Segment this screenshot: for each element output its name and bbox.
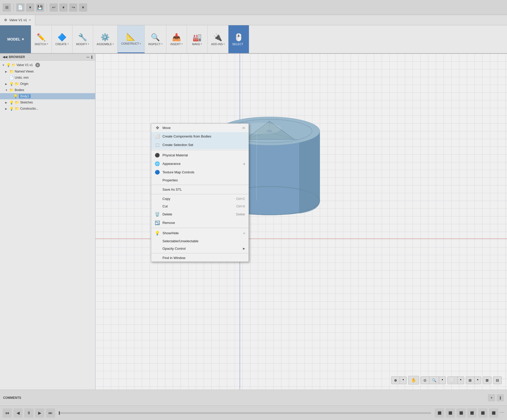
ctx-opacity[interactable]: Opacity Control ▶ — [151, 245, 249, 252]
timeline-handle[interactable] — [59, 411, 60, 415]
ctx-show-hide[interactable]: 💡 Show/Hide v — [151, 229, 249, 237]
ctx-selectable[interactable]: Selectable/Unselectable — [151, 237, 249, 245]
browser-collapse-icon[interactable]: ◀◀ — [3, 55, 7, 59]
ribbon-make[interactable]: 🏭 MAKE ▾ — [187, 25, 208, 53]
ribbon-addins[interactable]: 🔌 ADD-INS ▾ — [208, 25, 228, 53]
ctx-create-selection[interactable]: ⬚ Create Selection Set — [151, 141, 249, 149]
ctx-create-components[interactable]: ⬜ Create Components from Bodies — [151, 132, 249, 141]
ctx-cut[interactable]: Cut Ctrl+X — [151, 203, 249, 210]
ribbon-sketch[interactable]: ✏️ SKETCH ▾ — [31, 25, 52, 53]
grid-dropdown[interactable]: ▾ — [475, 377, 481, 384]
ctx-physical-material[interactable]: ⚫ Physical Material — [151, 151, 249, 159]
ctx-move-label: Move — [162, 126, 171, 130]
tree-arrow-named-views: ▶ — [5, 70, 8, 73]
tree-icon-units: 📄 — [9, 76, 14, 80]
timeline-tool-2[interactable]: ⬛ — [446, 408, 455, 418]
timeline-next-button[interactable]: ▶ — [35, 408, 44, 418]
grid-menu-icon[interactable]: ⊞ — [3, 3, 11, 12]
ctx-find-window[interactable]: Find in Window — [151, 254, 249, 262]
ctx-delete[interactable]: 🗑️ Delete Delete — [151, 210, 249, 219]
sketch-label: SKETCH ▾ — [35, 43, 48, 46]
grid-tools-group: ⊞ ▾ — [466, 376, 481, 384]
ribbon-construct[interactable]: 📐 CONSTRUCT ▾ — [118, 25, 145, 53]
tree-item-origin[interactable]: ▶ 💡 📁 Origin — [0, 81, 95, 87]
assemble-icon: ⚙️ — [101, 33, 110, 42]
display-mode-button[interactable]: ⬜ — [448, 377, 457, 384]
ribbon-create[interactable]: 🔷 CREATE ▾ — [52, 25, 72, 53]
ctx-copy-label: Copy — [162, 197, 170, 201]
tree-arrow-construction: ▶ — [5, 107, 8, 110]
view-cube-button[interactable]: ⊠ — [483, 376, 492, 384]
tab-close-button[interactable]: ✕ — [29, 19, 31, 21]
ribbon-insert[interactable]: 📥 INSERT ▾ — [166, 25, 187, 53]
redo-dropdown-icon[interactable]: ▾ — [79, 3, 87, 12]
ctx-texture-map[interactable]: 🔵 Texture Map Controls — [151, 168, 249, 176]
make-label: MAKE ▾ — [192, 43, 202, 46]
ribbon-inspect[interactable]: 🔍 INSPECT ▾ — [145, 25, 166, 53]
model-dropdown-button[interactable]: MODEL ▾ — [0, 25, 31, 53]
tree-icon-folder-root: 📁 — [12, 63, 15, 67]
save-icon[interactable]: 💾 — [36, 3, 44, 12]
grid-toggle-button[interactable]: ⊞ — [466, 377, 475, 384]
timeline-tool-6[interactable]: ⬛ — [489, 408, 498, 418]
timeline-tool-1[interactable]: ⬛ — [435, 408, 444, 418]
tree-icon-root: 💡 — [6, 63, 11, 67]
tree-label-sketches: Sketches — [20, 101, 33, 104]
undo-icon[interactable]: ↩ — [50, 3, 58, 12]
tree-item-named-views[interactable]: ▶ 📁 Named Views — [0, 68, 95, 75]
orbit-dropdown[interactable]: ▾ — [400, 377, 406, 384]
ribbon-modify[interactable]: 🔧 MODIFY ▾ — [72, 25, 93, 53]
timeline-bar[interactable] — [59, 412, 431, 414]
redo-icon[interactable]: ↪ — [69, 3, 77, 12]
ctx-remove[interactable]: ↩️ Remove — [151, 219, 249, 227]
add-comment-button[interactable]: + — [488, 394, 495, 401]
orbit-button[interactable]: ⊕ — [391, 377, 400, 384]
fit-button[interactable]: ⊙ — [421, 377, 429, 384]
tree-item-sketches[interactable]: ▶ 💡 📁 Sketches — [0, 99, 95, 106]
ribbon-assemble[interactable]: ⚙️ ASSEMBLE ▾ — [93, 25, 118, 53]
tree-item-body1[interactable]: 💡 Body1 — [0, 93, 95, 99]
timeline-wave-icon[interactable]: 〰 — [500, 410, 504, 416]
tree-item-root[interactable]: ▼ 💡 📁 Valve V1 v1 ● — [0, 62, 95, 68]
display-dropdown[interactable]: ▾ — [457, 377, 464, 384]
timeline-tool-5[interactable]: ⬛ — [478, 408, 487, 418]
browser-title: BROWSER — [9, 55, 25, 59]
viewport[interactable]: ✥ Move m ⬜ Create Components from Bodies… — [95, 54, 507, 390]
zoom-dropdown[interactable]: ▾ — [439, 377, 446, 384]
modify-icon: 🔧 — [78, 33, 87, 42]
tree-item-construction[interactable]: ▶ 💡 📁 Constructio... — [0, 106, 95, 112]
timeline-play-button[interactable]: ⏸ — [24, 408, 34, 418]
ctx-appearance[interactable]: 🌐 Appearance a — [151, 159, 249, 168]
ctx-sep-5 — [151, 253, 249, 253]
ribbon-select[interactable]: 🖱️ SELECT ▾ — [228, 25, 249, 53]
context-menu: ✥ Move m ⬜ Create Components from Bodies… — [151, 123, 249, 262]
ctx-sep-2 — [151, 185, 249, 185]
zoom-button[interactable]: 🔍 — [429, 377, 439, 384]
construct-label: CONSTRUCT ▾ — [121, 42, 141, 45]
ctx-save-stl[interactable]: Save As STL — [151, 186, 249, 193]
timeline-tool-3[interactable]: ⬛ — [456, 408, 466, 418]
browser-tree: ▼ 💡 📁 Valve V1 v1 ● ▶ 📁 Named Views 📄 Un… — [0, 61, 95, 390]
tree-item-units[interactable]: 📄 Units: mm — [0, 75, 95, 81]
open-dropdown-icon[interactable]: ▾ — [26, 3, 34, 12]
ctx-properties[interactable]: Properties — [151, 176, 249, 184]
view-options-button[interactable]: ⊟ — [493, 376, 502, 384]
timeline-start-button[interactable]: ⏮ — [3, 408, 12, 418]
timeline-prev-button[interactable]: ◀ — [13, 408, 23, 418]
new-file-icon[interactable]: 📄 — [16, 3, 24, 12]
tree-status-root: ● — [35, 63, 40, 67]
collapse-comments-button[interactable]: ‖ — [497, 394, 504, 401]
browser-pin-icon[interactable]: ‖ — [91, 55, 93, 59]
assemble-label: ASSEMBLE ▾ — [97, 43, 114, 46]
tree-item-bodies[interactable]: ▼ 📁 Bodies — [0, 87, 95, 93]
addins-arrow: ▾ — [224, 43, 225, 45]
undo-dropdown-icon[interactable]: ▾ — [59, 3, 68, 12]
tab-valve[interactable]: ⚙ Valve V1 v1 ✕ — [0, 15, 35, 25]
ctx-copy[interactable]: Copy Ctrl+C — [151, 195, 249, 203]
timeline-end-button[interactable]: ⏭ — [46, 408, 55, 418]
pan-button[interactable]: ✋ — [408, 376, 419, 384]
browser-options-icon[interactable]: — — [86, 55, 89, 59]
timeline-tool-4[interactable]: ⬛ — [467, 408, 477, 418]
create-label: CREATE ▾ — [55, 43, 69, 46]
ctx-move[interactable]: ✥ Move m — [151, 124, 249, 132]
